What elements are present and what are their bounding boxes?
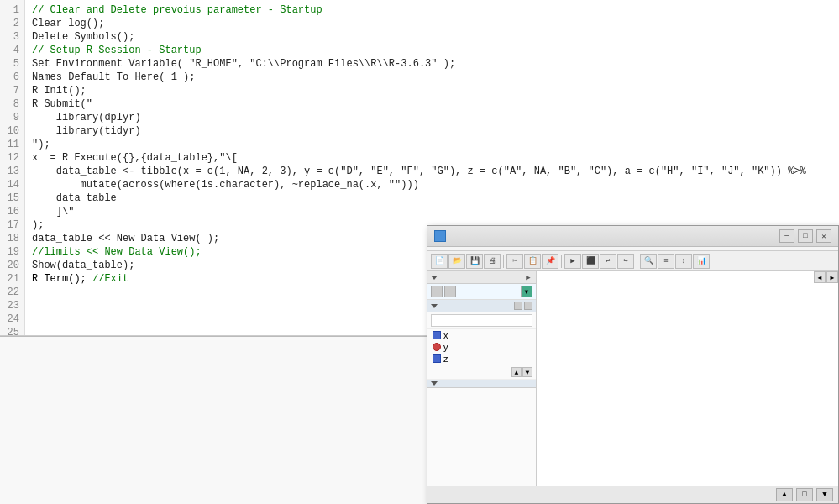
code-line: ]\" xyxy=(32,205,832,218)
col-scroll-up[interactable]: ▲ xyxy=(511,367,522,377)
col-ctrl-1[interactable] xyxy=(514,302,522,310)
jmp-window: — □ ✕ 📄 📂 💾 🖨 ✂ 📋 📌 ▶ ⬛ ↩ ↪ 🔍 ≡ ↕ 📊 xyxy=(427,225,839,504)
columns-search-input[interactable] xyxy=(431,314,532,327)
table-icon-2[interactable] xyxy=(444,286,456,297)
line-number: 2 xyxy=(5,17,19,30)
close-button[interactable]: ✕ xyxy=(816,229,831,243)
rows-section-header[interactable] xyxy=(427,380,536,388)
code-line: data_table <- tibble(x = c(1, NA, 2, 3),… xyxy=(32,165,832,178)
status-btn-up[interactable]: ▲ xyxy=(776,488,793,501)
code-line: Names Default To Here( 1 ); xyxy=(32,71,832,84)
toolbar-cut[interactable]: ✂ xyxy=(506,254,523,269)
col-item-y[interactable]: y xyxy=(427,341,536,353)
line-number: 10 xyxy=(5,124,19,138)
line-number: 7 xyxy=(5,84,19,97)
jmp-titlebar-controls[interactable]: — □ ✕ xyxy=(779,229,831,243)
line-number: 1 xyxy=(5,3,19,17)
line-number: 11 xyxy=(5,138,19,151)
toolbar-separator-3 xyxy=(637,255,637,268)
minimize-button[interactable]: — xyxy=(779,229,794,243)
line-number: 19 xyxy=(5,245,19,259)
code-line: R Init(); xyxy=(32,84,832,97)
rows-collapse-icon xyxy=(431,381,438,386)
grid-scroll-left[interactable]: ◀ xyxy=(814,271,826,283)
columns-section-header[interactable] xyxy=(427,300,536,312)
table-section-header[interactable]: ▶ xyxy=(427,271,536,284)
table-controls: ▼ xyxy=(427,284,536,300)
line-number: 24 xyxy=(5,312,19,326)
toolbar-filter[interactable]: ≡ xyxy=(658,254,674,269)
toolbar-redo[interactable]: ↪ xyxy=(617,254,634,269)
grid-scroll-controls: ◀ ▶ xyxy=(814,271,838,283)
line-number: 6 xyxy=(5,71,19,84)
jmp-left-panel: ▶ ▼ xyxy=(427,271,537,486)
status-btn-box[interactable]: □ xyxy=(796,488,813,501)
code-line: // Clear and Delete prevoius parameter -… xyxy=(32,3,832,17)
toolbar-separator-1 xyxy=(503,255,504,268)
code-line: Delete Symbols(); xyxy=(32,30,832,44)
col-item-z[interactable]: z xyxy=(427,353,536,365)
toolbar-run[interactable]: ▶ xyxy=(564,254,581,269)
jmp-titlebar-left xyxy=(434,230,451,242)
col-scroll-down[interactable]: ▼ xyxy=(522,367,532,377)
line-number: 23 xyxy=(5,299,19,312)
line-number: 16 xyxy=(5,205,19,218)
line-number: 20 xyxy=(5,259,19,272)
code-line: x = R Execute({},{data_table},"\[ xyxy=(32,151,832,165)
toolbar-stop[interactable]: ⬛ xyxy=(582,254,599,269)
toolbar-save[interactable]: 💾 xyxy=(466,254,483,269)
toolbar-find[interactable]: 🔍 xyxy=(640,254,657,269)
jmp-window-icon xyxy=(434,230,446,242)
line-number: 8 xyxy=(5,97,19,111)
line-numbers: 1234567891011121314151617181920212223242… xyxy=(0,0,25,335)
jmp-statusbar: ▲ □ ▼ xyxy=(427,486,838,503)
toolbar-graph[interactable]: 📊 xyxy=(693,254,710,269)
line-number: 14 xyxy=(5,178,19,192)
columns-search-row[interactable] xyxy=(427,312,536,329)
toolbar-undo[interactable]: ↩ xyxy=(600,254,616,269)
col-x-label: x xyxy=(443,330,448,340)
code-line: mutate(across(where(is.character), ~repl… xyxy=(32,178,832,192)
toolbar-new[interactable]: 📄 xyxy=(431,254,448,269)
code-line: // Setup R Session - Startup xyxy=(32,44,832,57)
status-btn-down[interactable]: ▼ xyxy=(816,488,833,501)
columns-controls xyxy=(514,302,532,310)
jmp-body: ▶ ▼ xyxy=(427,271,838,486)
toolbar-open[interactable]: 📂 xyxy=(448,254,465,269)
jmp-titlebar: — □ ✕ xyxy=(427,226,838,247)
col-ctrl-2[interactable] xyxy=(524,302,532,310)
line-number: 5 xyxy=(5,57,19,71)
toolbar-copy[interactable]: 📋 xyxy=(524,254,541,269)
line-number: 4 xyxy=(5,44,19,57)
line-number: 22 xyxy=(5,286,19,299)
panel-arrow-btn[interactable]: ▶ xyxy=(524,273,532,281)
col-y-label: y xyxy=(443,342,448,352)
line-number: 18 xyxy=(5,232,19,245)
toolbar-print[interactable]: 🖨 xyxy=(484,254,501,269)
col-z-icon xyxy=(433,354,441,363)
grid-scroll-right[interactable]: ▶ xyxy=(826,271,838,283)
table-icon-1[interactable] xyxy=(431,286,443,297)
col-scroll-btns: ▲ ▼ xyxy=(427,365,536,380)
maximize-button[interactable]: □ xyxy=(798,229,813,243)
code-line: data_table xyxy=(32,192,832,205)
line-number: 9 xyxy=(5,111,19,124)
line-number: 15 xyxy=(5,192,19,205)
line-number: 21 xyxy=(5,272,19,286)
table-icon-3[interactable]: ▼ xyxy=(521,286,532,297)
toolbar-sort[interactable]: ↕ xyxy=(675,254,692,269)
line-number: 17 xyxy=(5,218,19,232)
col-y-icon xyxy=(433,343,441,351)
line-number: 12 xyxy=(5,151,19,165)
col-item-x[interactable]: x xyxy=(427,329,536,341)
jmp-grid[interactable]: ◀ ▶ xyxy=(537,271,838,486)
toolbar-separator-2 xyxy=(561,255,562,268)
code-line: Set Environment Variable( "R_HOME", "C:\… xyxy=(32,57,832,71)
toolbar-paste[interactable]: 📌 xyxy=(542,254,558,269)
code-line: "); xyxy=(32,138,832,151)
code-line: library(tidyr) xyxy=(32,124,832,138)
col-x-icon xyxy=(433,331,441,339)
code-line: R Submit(" xyxy=(32,97,832,111)
jmp-toolbar: 📄 📂 💾 🖨 ✂ 📋 📌 ▶ ⬛ ↩ ↪ 🔍 ≡ ↕ 📊 xyxy=(427,251,838,271)
col-z-label: z xyxy=(443,354,448,364)
